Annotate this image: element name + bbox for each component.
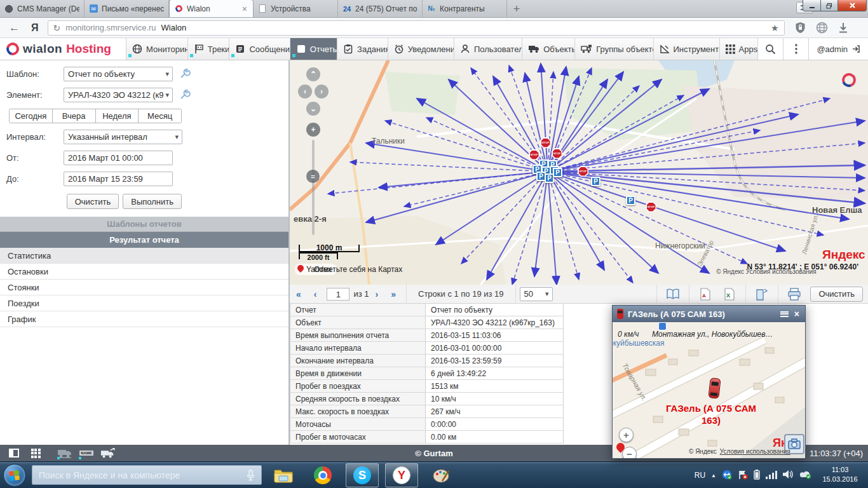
address-bar[interactable]: ↻ monitoring.smrservice.ru Wialon ★ xyxy=(48,20,785,36)
result-header[interactable]: Результат отчета xyxy=(0,232,288,248)
maximize-button[interactable] xyxy=(821,0,838,11)
download-icon[interactable] xyxy=(838,22,848,34)
browser-tab[interactable]: ✉Письмо «перенести о xyxy=(85,0,169,17)
tab-close-icon[interactable]: × xyxy=(241,4,248,14)
tray-expand-icon[interactable]: ▲ xyxy=(711,473,716,478)
map-area[interactable]: Тальникиевка 2-яНижнегорскийНовая ЕлшаЭл… xyxy=(290,60,868,285)
more-menu-button[interactable] xyxy=(783,38,808,60)
yandex-logo[interactable]: Яндекс xyxy=(822,248,865,262)
reload-icon[interactable]: ↻ xyxy=(53,23,61,33)
zoom-in-button[interactable]: + xyxy=(306,123,320,137)
user-menu[interactable]: @admin xyxy=(808,38,868,60)
popup-zoom-in-button[interactable]: + xyxy=(619,428,634,442)
taskbar-search[interactable]: Поиск в Яндексе и на компьютере xyxy=(32,465,262,485)
parking-marker[interactable]: P xyxy=(553,168,562,177)
nav-item-globe[interactable]: Мониторинг xyxy=(126,38,187,60)
nav-item-messages[interactable]: Сообщения xyxy=(229,38,289,60)
nav-item-reports[interactable]: Отчеты xyxy=(290,38,337,60)
unit-popup-menu-icon[interactable] xyxy=(780,311,789,317)
close-button[interactable] xyxy=(838,0,867,11)
zoom-slider-handle[interactable]: = xyxy=(306,170,320,183)
browser-tab[interactable]: Wialon× xyxy=(169,0,254,17)
search-button[interactable] xyxy=(757,38,783,60)
nav-item-truck-group[interactable]: Группы объектов xyxy=(574,38,653,60)
browser-menu-button[interactable]: Я xyxy=(27,22,48,34)
taskbar-app-chrome[interactable] xyxy=(306,463,339,487)
export-excel-icon[interactable]: X xyxy=(717,285,742,304)
taskbar-app-paint[interactable] xyxy=(424,463,458,487)
back-button[interactable]: ← xyxy=(0,22,27,34)
nav-item-apps[interactable]: Apps xyxy=(719,38,758,60)
unit-popup-map[interactable]: 0 км/ч Монтажная ул., Новокуйбышев… окуй… xyxy=(613,322,805,458)
quick-interval-button-2[interactable]: Неделя xyxy=(95,109,139,123)
start-button[interactable] xyxy=(3,464,26,487)
browser-tab[interactable]: CMS Manager (Develo xyxy=(0,0,85,17)
remote-access-icon[interactable] xyxy=(722,470,732,482)
zoom-slider-track[interactable] xyxy=(312,140,315,235)
report-result-item[interactable]: График xyxy=(0,311,288,327)
shield-icon[interactable] xyxy=(795,22,806,34)
report-result-item[interactable]: Поездки xyxy=(0,295,288,311)
parking-marker[interactable]: P xyxy=(626,196,635,205)
quick-interval-button-1[interactable]: Вчера xyxy=(52,109,96,123)
first-page-button[interactable]: « xyxy=(290,289,308,299)
report-result-item[interactable]: Остановки xyxy=(0,264,288,280)
unit-popup[interactable]: ГАЗель (А 075 САМ 163) × 0 км/ч Монтажна… xyxy=(612,305,806,459)
nav-item-alarm[interactable]: Уведомления xyxy=(388,38,454,60)
template-wrench-icon[interactable] xyxy=(179,68,191,79)
page-input[interactable]: 1 xyxy=(327,288,349,301)
prev-page-button[interactable]: ‹ xyxy=(308,289,323,299)
templates-header[interactable]: Шаблоны отчетов xyxy=(0,217,288,232)
nav-item-tools[interactable]: Инструменты xyxy=(653,38,719,60)
browser-tab[interactable]: NcКонтрагенты xyxy=(423,0,507,17)
popup-copyright[interactable]: © ЯндексУсловия использования xyxy=(689,448,790,455)
next-page-button[interactable]: › xyxy=(369,289,385,299)
browser-tab[interactable]: 2424 (575) Отчет по арнави xyxy=(338,0,423,17)
microphone-icon[interactable] xyxy=(247,470,255,481)
page-size-select[interactable]: 50 xyxy=(520,287,553,301)
browser-tab[interactable]: Устройства xyxy=(254,0,338,17)
export-file-icon[interactable] xyxy=(750,285,774,304)
new-tab-button[interactable]: + xyxy=(507,1,526,17)
nav-item-truck[interactable]: Объекты xyxy=(522,38,574,60)
clear-report-button[interactable]: Очистить xyxy=(810,287,863,302)
export-pdf-icon[interactable]: A xyxy=(693,285,717,304)
pan-right-button[interactable]: › xyxy=(315,85,329,98)
bookmark-star-icon[interactable]: ★ xyxy=(771,23,779,33)
execute-button[interactable]: Выполнить xyxy=(123,194,182,209)
pan-down-button[interactable]: ⌄ xyxy=(306,102,320,116)
action-center-icon[interactable] xyxy=(738,470,748,482)
minimize-button[interactable] xyxy=(803,0,821,11)
quick-interval-button-3[interactable]: Месяц xyxy=(138,109,182,123)
taskbar-app-skype[interactable]: S xyxy=(346,463,379,487)
taskbar-app-yandex-browser[interactable]: Y xyxy=(385,463,418,487)
unit-popup-header[interactable]: ГАЗель (А 075 САМ 163) × xyxy=(613,306,805,322)
nav-item-user[interactable]: Пользователи xyxy=(454,38,522,60)
volume-icon[interactable] xyxy=(783,470,794,481)
interval-select[interactable]: Указанный интервал xyxy=(64,130,182,144)
battery-icon[interactable] xyxy=(754,470,760,482)
parking-marker[interactable]: P xyxy=(591,177,600,186)
nav-item-flag[interactable]: Треки xyxy=(187,38,229,60)
element-wrench-icon[interactable] xyxy=(179,89,191,100)
globe-icon[interactable] xyxy=(816,22,828,34)
quick-interval-button-0[interactable]: Сегодня xyxy=(9,109,53,123)
network-signal-icon[interactable] xyxy=(766,470,777,481)
from-input[interactable]: 2016 Март 01 00:00 xyxy=(64,151,173,165)
report-result-item[interactable]: Статистика xyxy=(0,248,288,264)
report-result-item[interactable]: Стоянки xyxy=(0,280,288,295)
print-icon[interactable] xyxy=(782,285,806,304)
pan-left-button[interactable]: ‹ xyxy=(298,85,312,98)
language-indicator[interactable]: RU xyxy=(695,471,705,480)
last-page-button[interactable]: » xyxy=(384,289,402,299)
unit-popup-close-icon[interactable]: × xyxy=(793,309,801,319)
pan-up-button[interactable]: ⌃ xyxy=(306,67,320,81)
to-input[interactable]: 2016 Март 15 23:59 xyxy=(64,172,173,186)
clear-form-button[interactable]: Очистить xyxy=(67,194,119,209)
unit-marker-car[interactable] xyxy=(708,377,721,399)
map-attribution[interactable]: Yandex Отметьте себя на Картах xyxy=(295,264,337,275)
taskbar-app-explorer[interactable] xyxy=(267,463,300,487)
cloud-sync-icon[interactable] xyxy=(800,470,812,481)
report-book-icon[interactable] xyxy=(661,285,685,304)
template-select[interactable]: Отчет по объекту xyxy=(64,67,173,81)
